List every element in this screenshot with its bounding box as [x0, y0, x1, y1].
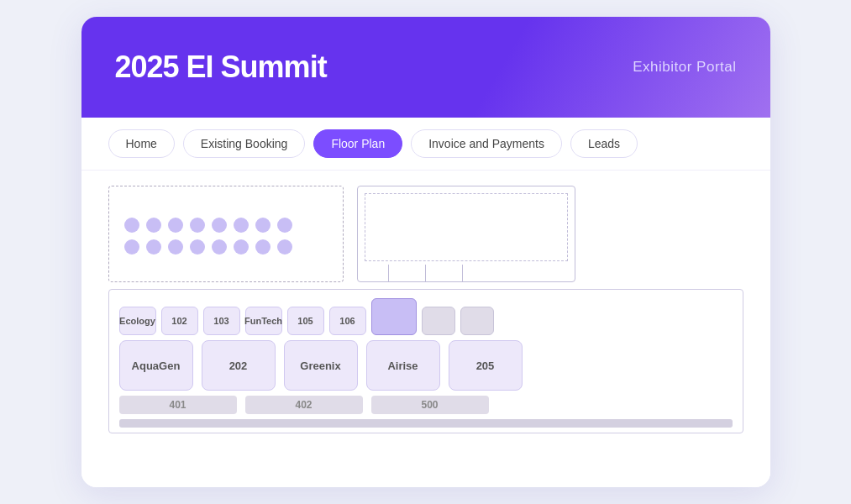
booth-gray-2[interactable] — [460, 307, 494, 335]
section-401: 401 — [119, 396, 237, 414]
floor-outer-border: Ecology 102 103 FunTech 105 106 AquaGen … — [108, 289, 743, 433]
section-500: 500 — [371, 396, 489, 414]
booth-ecology[interactable]: Ecology — [119, 307, 156, 335]
booth-purple-1[interactable] — [371, 298, 417, 335]
booth-greenix[interactable]: Greenix — [284, 340, 358, 391]
booth-gray-1[interactable] — [422, 307, 455, 335]
booth-airise[interactable]: Airise — [366, 340, 440, 391]
booth-205[interactable]: 205 — [449, 340, 523, 391]
seat — [124, 239, 139, 255]
seat — [146, 218, 161, 233]
booth-aquagen[interactable]: AquaGen — [119, 340, 193, 391]
seat-row-1 — [124, 218, 328, 233]
seat — [234, 218, 249, 233]
booth-103[interactable]: 103 — [203, 307, 240, 335]
connector-1 — [388, 265, 390, 281]
booth-202[interactable]: 202 — [202, 340, 276, 391]
section-402: 402 — [245, 396, 363, 414]
seat — [168, 218, 183, 233]
booth-funtech[interactable]: FunTech — [245, 307, 282, 335]
large-booths-row: AquaGen 202 Greenix Airise 205 — [119, 340, 733, 391]
large-room — [357, 186, 575, 282]
connector-2 — [425, 265, 427, 281]
seat — [212, 218, 227, 233]
floor-bar — [119, 419, 733, 428]
app-title: 2025 EI Summit — [115, 50, 327, 85]
seat — [255, 239, 271, 255]
booth-105[interactable]: 105 — [287, 307, 324, 335]
seat — [234, 239, 249, 255]
nav-bar: Home Existing Booking Floor Plan Invoice… — [81, 118, 770, 171]
small-booths-row: Ecology 102 103 FunTech 105 106 — [119, 298, 733, 335]
nav-home[interactable]: Home — [108, 129, 175, 158]
booth-102[interactable]: 102 — [161, 307, 198, 335]
app-container: 2025 EI Summit Exhibitor Portal Home Exi… — [81, 17, 770, 487]
nav-floor-plan[interactable]: Floor Plan — [313, 129, 402, 158]
top-section — [108, 186, 743, 282]
booth-106[interactable]: 106 — [329, 307, 366, 335]
large-room-inner — [365, 193, 568, 261]
connector-3 — [462, 265, 464, 281]
nav-leads[interactable]: Leads — [570, 129, 638, 158]
seat — [146, 239, 161, 255]
seat — [124, 218, 139, 233]
floor-plan: Ecology 102 103 FunTech 105 106 AquaGen … — [108, 186, 743, 483]
portal-label: Exhibitor Portal — [633, 59, 736, 76]
seat — [277, 218, 292, 233]
seating-area — [108, 186, 344, 282]
seat — [277, 239, 292, 255]
seat — [190, 239, 205, 255]
main-content: Ecology 102 103 FunTech 105 106 AquaGen … — [81, 171, 770, 487]
seat — [255, 218, 271, 233]
bottom-row: 401 402 500 — [119, 396, 733, 414]
seat-row-2 — [124, 239, 328, 255]
seat — [190, 218, 205, 233]
large-room-wrapper — [357, 186, 575, 282]
nav-existing-booking[interactable]: Existing Booking — [183, 129, 306, 158]
nav-invoice-payments[interactable]: Invoice and Payments — [411, 129, 562, 158]
header: 2025 EI Summit Exhibitor Portal — [81, 17, 770, 118]
seat — [168, 239, 183, 255]
seat — [212, 239, 227, 255]
